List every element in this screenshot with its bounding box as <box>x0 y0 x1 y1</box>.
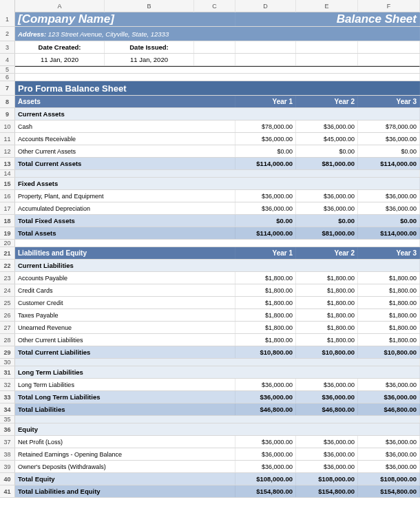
row-header[interactable]: 13 <box>0 158 15 169</box>
row-header[interactable]: 30 <box>0 359 15 366</box>
line-value[interactable]: $36,000.00 <box>296 190 358 202</box>
row-header[interactable]: 38 <box>0 448 15 460</box>
total-value[interactable]: $46,800.00 <box>296 404 358 415</box>
line-label[interactable]: Customer Credit <box>15 297 235 308</box>
row-header[interactable]: 20 <box>0 240 15 247</box>
empty-cell[interactable] <box>15 359 420 366</box>
row-header[interactable]: 3 <box>0 41 15 53</box>
assets-label[interactable]: Assets <box>15 96 235 107</box>
line-value[interactable]: $1,800.00 <box>358 297 420 308</box>
line-label[interactable]: Other Current Liabilities <box>15 334 235 346</box>
row-header[interactable]: 37 <box>0 436 15 448</box>
row-header[interactable]: 39 <box>0 461 15 472</box>
line-label[interactable]: Accounts Payable <box>15 272 235 284</box>
total-value[interactable]: $36,000.00 <box>358 391 420 403</box>
row-header[interactable]: 22 <box>0 260 15 271</box>
row-header[interactable]: 17 <box>0 202 15 214</box>
empty-cell[interactable] <box>358 41 420 53</box>
line-label[interactable]: Long Term Liabilities <box>15 379 235 390</box>
empty-cell[interactable] <box>15 74 420 81</box>
line-label[interactable]: Cash <box>15 121 235 132</box>
total-value[interactable]: $10,800.00 <box>296 346 358 358</box>
row-header[interactable]: 2 <box>0 27 15 41</box>
row-header[interactable]: 34 <box>0 404 15 415</box>
total-value[interactable]: $0.00 <box>358 215 420 227</box>
line-label[interactable]: Retained Earnings - Opening Balance <box>15 448 235 460</box>
line-value[interactable]: $36,000.00 <box>296 461 358 472</box>
line-value[interactable]: $1,800.00 <box>235 284 296 296</box>
line-value[interactable]: $1,800.00 <box>296 322 358 333</box>
line-value[interactable]: $36,000.00 <box>296 121 358 132</box>
line-value[interactable]: $36,000.00 <box>235 461 296 472</box>
row-header[interactable]: 6 <box>0 74 15 81</box>
line-value[interactable]: $1,800.00 <box>235 272 296 284</box>
date-created[interactable]: 11 Jan, 2020 <box>15 54 105 65</box>
line-label[interactable]: Net Profit (Loss) <box>15 436 235 448</box>
line-value[interactable]: $36,000.00 <box>358 202 420 214</box>
total-value[interactable]: $114,000.00 <box>358 227 420 239</box>
line-label[interactable]: Property, Plant, and Equipment <box>15 190 235 202</box>
line-value[interactable]: $36,000.00 <box>235 202 296 214</box>
col-header-E[interactable]: E <box>296 0 358 12</box>
row-header[interactable]: 27 <box>0 322 15 333</box>
line-value[interactable]: $0.00 <box>235 145 296 157</box>
row-header[interactable]: 9 <box>0 108 15 120</box>
empty-cell[interactable] <box>358 54 420 65</box>
empty-cell[interactable] <box>296 54 358 65</box>
year-1[interactable]: Year 1 <box>235 96 296 107</box>
line-value[interactable]: $1,800.00 <box>235 297 296 308</box>
total-label[interactable]: Total Long Term Liabilities <box>15 391 235 403</box>
row-header[interactable]: 33 <box>0 391 15 403</box>
total-value[interactable]: $46,800.00 <box>358 404 420 415</box>
line-value[interactable]: $36,000.00 <box>296 379 358 390</box>
total-liab-equity-label[interactable]: Total Liabilities and Equity <box>15 485 235 497</box>
total-value[interactable]: $0.00 <box>296 215 358 227</box>
year-1[interactable]: Year 1 <box>235 247 296 259</box>
total-value[interactable]: $36,000.00 <box>296 391 358 403</box>
year-2[interactable]: Year 2 <box>296 96 358 107</box>
line-label[interactable]: Accumulated Depreciation <box>15 202 235 214</box>
line-value[interactable]: $1,800.00 <box>358 309 420 321</box>
col-header-B[interactable]: B <box>105 0 194 12</box>
total-value[interactable]: $0.00 <box>235 215 296 227</box>
line-value[interactable]: $36,000.00 <box>235 448 296 460</box>
total-label[interactable]: Total Current Liabilities <box>15 346 235 358</box>
line-label[interactable]: Accounts Receivable <box>15 133 235 145</box>
line-value[interactable]: $0.00 <box>358 145 420 157</box>
total-value[interactable]: $108,000.00 <box>358 473 420 485</box>
line-value[interactable]: $1,800.00 <box>296 284 358 296</box>
total-value[interactable]: $114,000.00 <box>358 158 420 169</box>
total-assets-label[interactable]: Total Assets <box>15 227 235 239</box>
total-value[interactable]: $154,800.00 <box>358 485 420 497</box>
line-label[interactable]: Taxes Payable <box>15 309 235 321</box>
total-liab-label[interactable]: Total Liabilities <box>15 404 235 415</box>
row-header[interactable]: 10 <box>0 121 15 132</box>
row-header[interactable]: 19 <box>0 227 15 239</box>
line-value[interactable]: $36,000.00 <box>296 448 358 460</box>
line-value[interactable]: $1,800.00 <box>358 284 420 296</box>
row-header[interactable]: 23 <box>0 272 15 284</box>
empty-cell[interactable] <box>15 416 420 423</box>
line-value[interactable]: $1,800.00 <box>235 334 296 346</box>
empty-cell[interactable] <box>15 66 420 73</box>
total-label[interactable]: Total Equity <box>15 473 235 485</box>
empty-cell[interactable] <box>235 41 296 53</box>
total-value[interactable]: $108,000.00 <box>296 473 358 485</box>
line-value[interactable]: $36,000.00 <box>358 461 420 472</box>
line-value[interactable]: $1,800.00 <box>235 309 296 321</box>
line-value[interactable]: $1,800.00 <box>296 309 358 321</box>
row-header[interactable]: 26 <box>0 309 15 321</box>
row-header[interactable]: 32 <box>0 379 15 390</box>
row-header[interactable]: 28 <box>0 334 15 346</box>
year-3[interactable]: Year 3 <box>358 96 420 107</box>
line-value[interactable]: $1,800.00 <box>358 272 420 284</box>
total-value[interactable]: $10,800.00 <box>235 346 296 358</box>
row-header[interactable]: 16 <box>0 190 15 202</box>
line-value[interactable]: $36,000.00 <box>296 202 358 214</box>
total-value[interactable]: $36,000.00 <box>235 391 296 403</box>
sheet-title[interactable]: Balance Sheet <box>235 12 420 26</box>
company-name[interactable]: [Company Name] <box>15 12 235 26</box>
col-header-D[interactable]: D <box>235 0 296 12</box>
row-header[interactable]: 24 <box>0 284 15 296</box>
row-header[interactable]: 8 <box>0 96 15 107</box>
